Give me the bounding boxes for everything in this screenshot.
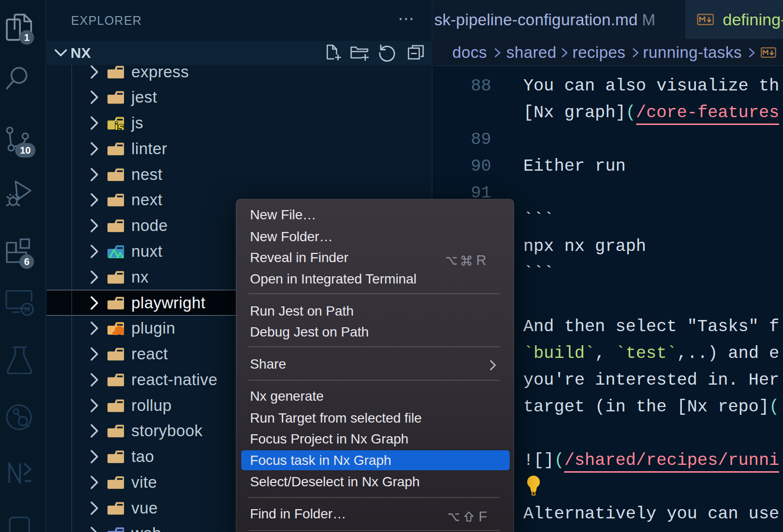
svg-text:js: js: [114, 120, 124, 130]
